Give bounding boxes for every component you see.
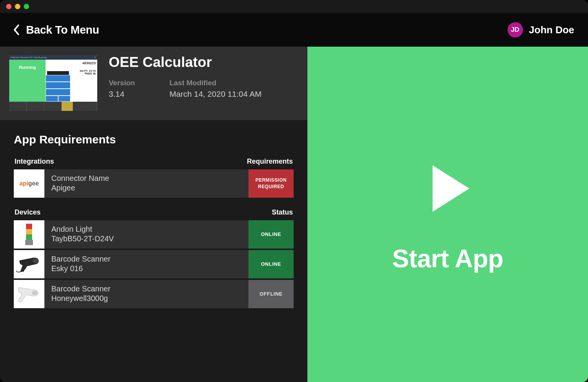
device-thumb xyxy=(14,220,44,249)
andon-light-icon xyxy=(26,224,32,245)
svg-point-1 xyxy=(32,291,38,295)
start-app-button[interactable]: Start App xyxy=(307,47,588,382)
device-title: Barcode Scanner xyxy=(51,284,242,293)
logo-text-b: gee xyxy=(28,180,39,187)
thumb-running-box: Running xyxy=(9,60,46,102)
app-info-card: Machine Terminal V2 / Not RunningV Runni… xyxy=(0,47,307,120)
play-icon xyxy=(417,156,479,221)
device-row[interactable]: Andon Light TaybB50-2T-D24V ONLINE xyxy=(14,220,294,249)
devices-header-row: Devices Status xyxy=(14,208,294,220)
top-bar: Back To Menu JD John Doe xyxy=(0,13,588,47)
devices-label: Devices xyxy=(15,208,41,216)
main-body: Machine Terminal V2 / Not RunningV Runni… xyxy=(0,47,588,382)
requirements-label: Requirements xyxy=(247,158,293,166)
device-title: Barcode Scanner xyxy=(51,255,242,263)
integration-row[interactable]: apigee Connector Name Apigee PERMISSION … xyxy=(14,169,294,198)
app-title: OEE Calculator xyxy=(109,54,298,70)
requirements-section: App Requirements Integrations Requiremen… xyxy=(0,120,307,308)
app-info-text: OEE Calculator Version 3.14 Last Modifie… xyxy=(109,55,298,111)
start-app-label: Start App xyxy=(392,244,503,273)
device-body: Barcode Scanner Esky 016 xyxy=(44,250,248,278)
app-thumbnail: Machine Terminal V2 / Not RunningV Runni… xyxy=(9,55,97,111)
device-body: Barcode Scanner Honeywell3000g xyxy=(44,280,248,308)
modified-label: Last Modified xyxy=(170,79,262,87)
version-value: 3.14 xyxy=(109,89,135,99)
device-body: Andon Light TaybB50-2T-D24V xyxy=(44,220,248,249)
left-panel: Machine Terminal V2 / Not RunningV Runni… xyxy=(0,47,307,382)
svg-point-0 xyxy=(33,258,39,263)
status-badge: ONLINE xyxy=(248,250,294,278)
barcode-scanner-icon xyxy=(16,255,42,274)
svg-marker-2 xyxy=(433,165,469,212)
thumb-header-text: Machine Terminal V2 / Not Running xyxy=(11,56,47,59)
back-to-menu-button[interactable]: Back To Menu xyxy=(13,24,99,36)
integration-name-label: Connector Name xyxy=(51,174,242,183)
integrations-header-row: Integrations Requirements xyxy=(14,158,294,169)
window-controls xyxy=(6,4,29,9)
modified-block: Last Modified March 14, 2020 11:04 AM xyxy=(170,79,262,99)
logo-text-a: api xyxy=(20,180,28,187)
avatar: JD xyxy=(508,22,523,37)
device-list: Andon Light TaybB50-2T-D24V ONLINE xyxy=(14,220,294,308)
thumb-header-right: V xyxy=(95,56,96,59)
barcode-scanner-icon xyxy=(16,284,42,304)
titlebar xyxy=(0,0,588,13)
device-subtitle: Esky 016 xyxy=(51,264,242,273)
device-row[interactable]: Barcode Scanner Esky 016 ONLINE xyxy=(14,250,294,278)
status-label: Status xyxy=(272,208,293,216)
modified-value: March 14, 2020 11:04 AM xyxy=(170,89,262,99)
integrations-label: Integrations xyxy=(15,158,54,166)
version-label: Version xyxy=(109,79,135,87)
integration-logo: apigee xyxy=(14,169,44,198)
maximize-window-button[interactable] xyxy=(24,4,29,9)
user-chip[interactable]: JD John Doe xyxy=(508,22,574,37)
device-thumb xyxy=(14,250,44,278)
device-subtitle: Honeywell3000g xyxy=(51,294,242,303)
app-window: Back To Menu JD John Doe Machine Termina… xyxy=(0,0,588,382)
close-window-button[interactable] xyxy=(6,4,11,9)
status-badge: ONLINE xyxy=(248,220,294,249)
device-row[interactable]: Barcode Scanner Honeywell3000g OFFLINE xyxy=(14,280,294,308)
chevron-left-icon xyxy=(13,24,20,36)
permission-required-badge[interactable]: PERMISSION REQUIRED xyxy=(248,169,294,198)
back-label: Back To Menu xyxy=(26,24,99,36)
integration-body: Connector Name Apigee xyxy=(44,169,248,198)
version-block: Version 3.14 xyxy=(109,79,135,99)
minimize-window-button[interactable] xyxy=(15,4,20,9)
status-badge: OFFLINE xyxy=(248,280,294,308)
device-subtitle: TaybB50-2T-D24V xyxy=(51,234,242,243)
integration-name-value: Apigee xyxy=(51,184,242,192)
device-title: Andon Light xyxy=(51,225,242,234)
requirements-title: App Requirements xyxy=(14,133,294,146)
device-thumb xyxy=(14,280,44,308)
user-name: John Doe xyxy=(529,24,574,36)
